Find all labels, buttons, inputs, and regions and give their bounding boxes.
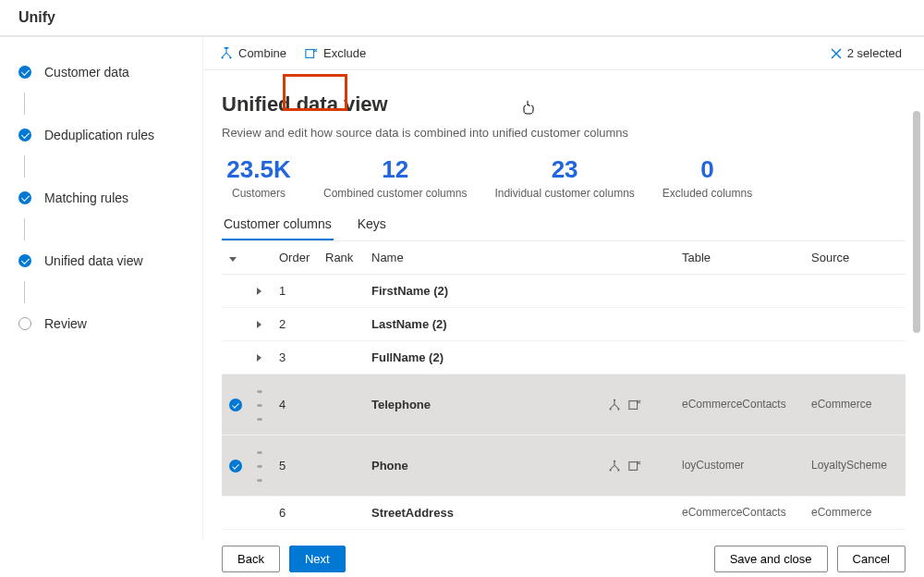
col-select[interactable]	[222, 241, 249, 275]
toolbar: Combine Exclude 2 selected	[203, 37, 924, 70]
chevron-right-icon[interactable]	[257, 288, 261, 295]
page-subtitle: Review and edit how source data is combi…	[222, 126, 906, 140]
combine-label: Combine	[238, 46, 286, 60]
step-connector	[24, 218, 25, 240]
save-button[interactable]: Save and close	[714, 546, 828, 572]
table-row[interactable]: 2LastName (2)	[222, 307, 906, 340]
footer: Back Next Save and close Cancel	[203, 540, 924, 577]
selection-count[interactable]: 2 selected	[831, 46, 917, 60]
tablist: Customer columns Keys	[222, 211, 906, 241]
check-icon	[18, 254, 31, 267]
next-button[interactable]: Next	[289, 546, 346, 572]
col-source[interactable]: Source	[804, 241, 906, 275]
sidebar-item-review[interactable]: Review	[18, 316, 184, 331]
cancel-button[interactable]: Cancel	[837, 546, 906, 572]
svg-point-6	[614, 399, 615, 401]
svg-point-2	[225, 47, 227, 49]
svg-rect-11	[629, 462, 638, 471]
sidebar-item-matching[interactable]: Matching rules	[18, 190, 184, 205]
app-title: Unify	[0, 0, 924, 37]
col-rank[interactable]: Rank	[318, 241, 364, 275]
sidebar-item-label: Matching rules	[44, 190, 128, 205]
drag-handle-icon[interactable]: ••••••	[257, 448, 261, 485]
stat-customers: 23.5KCustomers	[222, 156, 296, 200]
sidebar-item-unified-view[interactable]: Unified data view	[18, 253, 184, 268]
back-button[interactable]: Back	[222, 546, 280, 572]
close-icon	[831, 48, 842, 59]
svg-point-5	[617, 409, 619, 411]
combine-icon[interactable]	[608, 399, 621, 411]
sidebar-item-customer-data[interactable]: Customer data	[18, 65, 184, 80]
table-row[interactable]: 1FirstName (2)	[222, 274, 906, 307]
combine-button[interactable]: Combine	[211, 41, 296, 66]
sidebar-item-label: Unified data view	[44, 253, 143, 268]
col-table[interactable]: Table	[675, 241, 804, 275]
tab-keys[interactable]: Keys	[356, 211, 388, 240]
table-row[interactable]: 7CityeCommerceContactseCommerce	[222, 529, 906, 540]
sidebar-item-deduplication[interactable]: Deduplication rules	[18, 128, 184, 142]
chevron-right-icon[interactable]	[257, 321, 261, 328]
sidebar-item-label: Review	[44, 316, 87, 331]
chevron-right-icon[interactable]	[257, 354, 261, 362]
exclude-icon	[305, 47, 318, 60]
combine-icon[interactable]	[608, 460, 621, 473]
check-icon	[18, 191, 31, 204]
step-connector	[24, 155, 25, 178]
exclude-icon[interactable]	[628, 399, 641, 411]
scrollbar[interactable]	[913, 74, 922, 499]
svg-point-8	[610, 470, 612, 472]
step-connector	[24, 92, 25, 115]
check-icon	[18, 66, 31, 79]
exclude-button[interactable]: Exclude	[296, 41, 375, 66]
selection-count-label: 2 selected	[847, 46, 902, 60]
chevron-down-icon	[229, 257, 237, 262]
svg-point-4	[610, 409, 612, 411]
stat-excluded: 0Excluded columns	[663, 156, 752, 200]
drag-handle-icon[interactable]: ••••••	[257, 387, 261, 424]
exclude-icon[interactable]	[628, 460, 641, 473]
columns-table: Order Rank Name Table Source 1FirstName …	[222, 241, 906, 540]
exclude-label: Exclude	[323, 46, 366, 60]
table-row[interactable]: ••••••4TelephoneeCommerceContactseCommer…	[222, 374, 906, 435]
svg-point-0	[221, 56, 223, 58]
wizard-sidebar: Customer data Deduplication rules Matchi…	[0, 37, 203, 540]
table-row[interactable]: ••••••5PhoneloyCustomerLoyaltyScheme	[222, 435, 906, 496]
stat-individual: 23Individual customer columns	[494, 156, 634, 200]
check-icon	[18, 129, 31, 141]
step-connector	[24, 281, 25, 303]
sidebar-item-label: Customer data	[44, 65, 129, 80]
svg-rect-7	[629, 401, 638, 410]
svg-rect-3	[306, 49, 314, 57]
svg-point-9	[617, 470, 619, 472]
col-name[interactable]: Name	[364, 241, 601, 275]
sidebar-item-label: Deduplication rules	[44, 128, 154, 142]
col-order[interactable]: Order	[272, 241, 318, 275]
svg-point-1	[229, 56, 231, 58]
stats-row: 23.5KCustomers 12Combined customer colum…	[222, 156, 906, 200]
combine-icon	[220, 47, 233, 60]
stat-combined: 12Combined customer columns	[323, 156, 467, 200]
tab-customer-columns[interactable]: Customer columns	[222, 211, 334, 240]
page-heading: Unified data view	[222, 92, 906, 117]
check-icon	[229, 460, 242, 473]
svg-point-10	[614, 460, 615, 462]
circle-icon	[18, 317, 31, 330]
table-row[interactable]: 3FullName (2)	[222, 340, 906, 374]
check-icon	[229, 399, 242, 411]
table-row[interactable]: 6StreetAddresseCommerceContactseCommerce	[222, 496, 906, 529]
